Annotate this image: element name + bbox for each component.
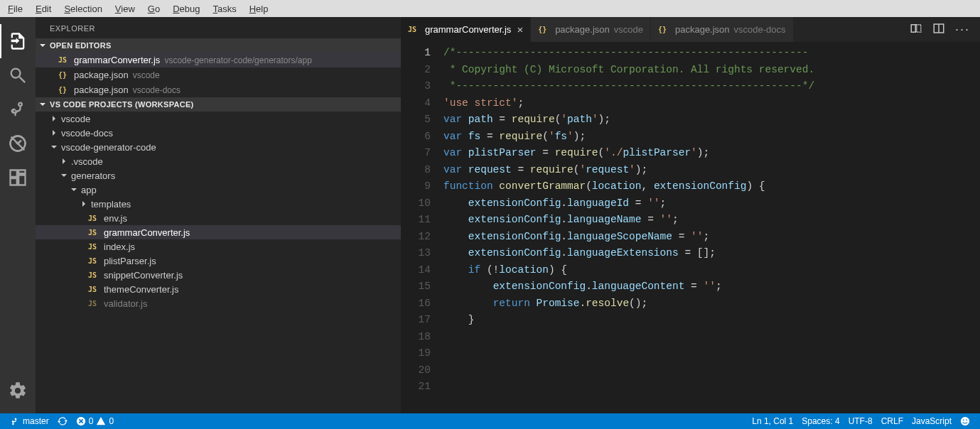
compare-icon[interactable] <box>910 22 922 37</box>
file-name: package.json <box>74 85 129 95</box>
code-line[interactable]: /*--------------------------------------… <box>443 45 980 62</box>
code-line[interactable]: return Promise.resolve(); <box>443 295 980 313</box>
file-label: snippetConverter.js <box>104 270 183 281</box>
open-editor-item[interactable]: {}package.jsonvscode-docs <box>36 82 401 97</box>
status-eol[interactable]: CRLF <box>877 416 908 426</box>
line-number: 16 <box>401 295 431 313</box>
code-line[interactable]: extensionConfig.languageName = ''; <box>443 212 980 229</box>
chevron-icon <box>50 114 58 123</box>
tree-folder[interactable]: templates <box>36 197 401 211</box>
menu-help[interactable]: Help <box>243 2 275 16</box>
tree-file[interactable]: JSvalidator.js <box>36 296 401 310</box>
tree-file[interactable]: JSgrammarConverter.js <box>36 225 401 239</box>
status-bar: master 0 0 Ln 1, Col 1 Spaces: 4 UTF-8 C… <box>0 413 980 429</box>
tree-file[interactable]: JSindex.js <box>36 239 401 254</box>
menu-go[interactable]: Go <box>141 2 166 16</box>
tree-folder[interactable]: vscode-generator-code <box>36 140 401 154</box>
status-branch[interactable]: master <box>6 416 53 426</box>
status-encoding[interactable]: UTF-8 <box>844 416 877 426</box>
file-icon: JS <box>88 214 101 222</box>
code-line[interactable]: extensionConfig.languageExtensions = []; <box>443 245 980 262</box>
menu-debug[interactable]: Debug <box>166 2 206 16</box>
activity-settings-icon[interactable] <box>0 374 36 408</box>
tree-file[interactable]: JSplistParser.js <box>36 254 401 268</box>
status-cursor[interactable]: Ln 1, Col 1 <box>748 416 797 426</box>
svg-line-1 <box>11 137 25 151</box>
menu-selection[interactable]: Selection <box>58 2 108 16</box>
code-line[interactable]: extensionConfig.languageScopeName = ''; <box>443 229 980 246</box>
code-line[interactable]: var path = require('path'); <box>443 112 980 129</box>
code-line[interactable]: extensionConfig.languageId = ''; <box>443 195 980 212</box>
menu-edit[interactable]: Edit <box>29 2 58 16</box>
code-line[interactable]: function convertGrammar(location, extens… <box>443 178 980 195</box>
chevron-icon <box>60 157 68 165</box>
tree-file[interactable]: JSsnippetConverter.js <box>36 268 401 282</box>
tree-folder[interactable]: .vscode <box>36 154 401 168</box>
chevron-icon <box>50 129 58 137</box>
menu-file[interactable]: File <box>1 2 29 16</box>
code-line[interactable]: var fs = require('fs'); <box>443 129 980 146</box>
open-editor-item[interactable]: {}package.jsonvscode <box>36 67 401 82</box>
line-number: 6 <box>401 129 431 146</box>
file-icon: JS <box>88 243 101 251</box>
workspace: EXPLORER OPEN EDITORS JSgrammarConverter… <box>0 17 980 413</box>
tree-file[interactable]: JSthemeConverter.js <box>36 282 401 296</box>
activity-extensions-icon[interactable] <box>0 161 36 195</box>
chevron-icon <box>70 185 78 194</box>
svg-rect-2 <box>911 25 915 33</box>
code-line[interactable]: var request = require('request'); <box>443 162 980 179</box>
tree-folder[interactable]: vscode-docs <box>36 126 401 140</box>
svg-rect-3 <box>917 25 921 33</box>
split-editor-icon[interactable] <box>932 22 945 37</box>
code-line[interactable]: var plistParser = require('./plistParser… <box>443 145 980 162</box>
editor-tab[interactable]: {}package.jsonvscode <box>531 17 651 42</box>
code-line[interactable]: } <box>443 312 980 329</box>
activity-debug-icon[interactable] <box>0 126 36 161</box>
code-editor[interactable]: 123456789101112131415161718192021 /*----… <box>401 42 980 413</box>
code-line[interactable]: *---------------------------------------… <box>443 78 980 95</box>
open-editors-header[interactable]: OPEN EDITORS <box>36 38 401 53</box>
tab-path: vscode-docs <box>734 24 786 35</box>
chevron-icon <box>80 200 88 208</box>
editor-tab[interactable]: {}package.jsonvscode-docs <box>651 17 794 42</box>
file-label: themeConverter.js <box>104 284 179 295</box>
status-spaces[interactable]: Spaces: 4 <box>797 416 844 426</box>
editor-tab[interactable]: JSgrammarConverter.js× <box>401 17 531 42</box>
menu-tasks[interactable]: Tasks <box>206 2 242 16</box>
file-icon: JS <box>88 271 101 279</box>
folder-label: vscode-docs <box>61 128 113 139</box>
menu-view[interactable]: View <box>109 2 141 16</box>
code-line[interactable]: if (!location) { <box>443 262 980 279</box>
open-editor-item[interactable]: JSgrammarConverter.jsvscode-generator-co… <box>36 53 401 67</box>
tree-folder[interactable]: app <box>36 183 401 197</box>
code-line[interactable]: * Copyright (C) Microsoft Corporation. A… <box>443 62 980 79</box>
workspace-header[interactable]: VS CODE PROJECTS (WORKSPACE) <box>36 97 401 112</box>
close-icon[interactable]: × <box>517 23 523 36</box>
file-label: grammarConverter.js <box>104 227 190 238</box>
tab-path: vscode <box>614 24 643 35</box>
status-feedback-icon[interactable] <box>956 416 974 426</box>
tree-file[interactable]: JSenv.js <box>36 211 401 225</box>
file-icon: {} <box>58 71 71 79</box>
line-number: 17 <box>401 312 431 329</box>
activity-scm-icon[interactable] <box>0 92 36 126</box>
tree-folder[interactable]: vscode <box>36 112 401 126</box>
more-actions-icon[interactable]: ··· <box>955 22 970 37</box>
file-icon: {} <box>538 26 551 33</box>
sync-icon <box>58 416 68 426</box>
status-problems[interactable]: 0 0 <box>72 416 118 426</box>
activity-explorer-icon[interactable] <box>0 24 36 58</box>
file-label: env.js <box>104 213 127 224</box>
tree-folder[interactable]: generators <box>36 168 401 183</box>
status-sync[interactable] <box>53 416 72 426</box>
status-language[interactable]: JavaScript <box>908 416 956 426</box>
line-number: 8 <box>401 162 431 179</box>
activity-search-icon[interactable] <box>0 58 36 92</box>
code-line[interactable]: extensionConfig.languageContent = ''; <box>443 278 980 295</box>
line-number: 4 <box>401 95 431 112</box>
code-content[interactable]: /*--------------------------------------… <box>443 42 980 413</box>
line-number: 10 <box>401 195 431 212</box>
tab-label: grammarConverter.js <box>425 24 511 35</box>
folder-label: app <box>81 185 97 195</box>
code-line[interactable]: 'use strict'; <box>443 95 980 112</box>
